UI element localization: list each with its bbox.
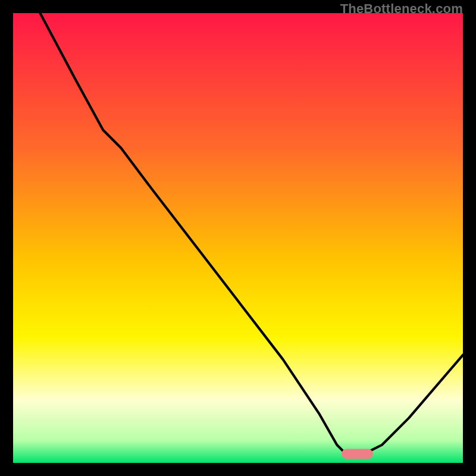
plot-area	[13, 13, 463, 463]
gradient-background	[13, 13, 463, 463]
chart-frame: TheBottleneck.com	[0, 0, 476, 476]
optimal-range-marker	[342, 449, 373, 459]
chart-svg	[13, 13, 463, 463]
